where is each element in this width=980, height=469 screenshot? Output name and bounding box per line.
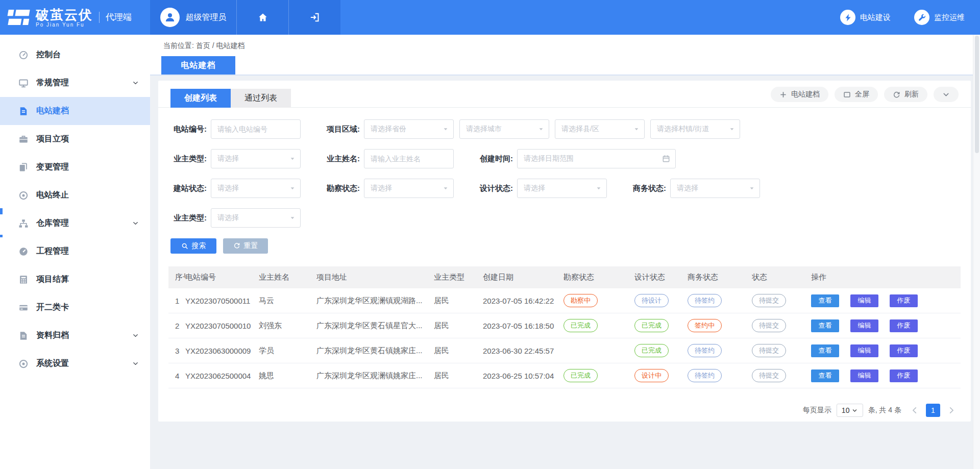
sidebar-nav: 控制台常规管理电站建档项目立项变更管理电站终止仓库管理工程管理项目结算开二类卡资… [0,35,150,378]
table-row: 3YX2023063000009学员广东深圳龙华区黄石镇姚家庄...居民2023… [168,338,961,363]
brand-text: 破茧云伏 Po Jian Yun Fu [36,8,93,28]
filter-select[interactable]: 请选择村镇/街道 [650,119,740,139]
target-icon [18,190,29,201]
toolbar-chevron-down-button[interactable] [934,87,959,102]
filter-select[interactable]: 请选择县/区 [555,119,645,139]
toolbar-fullscreen-button[interactable]: 全屏 [835,87,878,102]
caret-down-icon [289,156,296,162]
owner-name: 学员 [259,346,316,356]
business-status: 待签约 [688,344,752,357]
view-button[interactable]: 查看 [811,319,839,332]
view-button[interactable]: 查看 [811,344,839,357]
record-status: 待提交 [752,319,811,332]
tab-2[interactable]: 通过列表 [231,89,291,108]
view-button[interactable]: 查看 [811,369,839,382]
logout-button[interactable] [288,0,340,35]
void-button[interactable]: 作废 [890,369,918,382]
page-tab[interactable]: 电站建档 [161,56,235,75]
caret-down-icon [289,185,296,191]
sidebar-item-7[interactable]: 仓库管理 [0,209,150,237]
filter-select[interactable]: 请选择城市 [459,119,549,139]
created-date: 2023-07-05 16:42:22 [483,297,564,305]
chevron-down-icon [132,360,139,367]
filter-station-code: 电站编号: [170,119,301,139]
filter-select[interactable]: 请选择省份 [364,119,454,139]
filter-select[interactable]: 请选择 [517,179,607,198]
header-nav-wrench[interactable]: 监控运维 [914,10,965,25]
sidebar-item-6[interactable]: 电站终止 [0,181,150,209]
column-header: 电站编号 [185,273,259,282]
status-badge: 已完成 [564,369,598,382]
header-nav-lightning[interactable]: 电站建设 [840,10,891,25]
logout-icon [310,12,320,22]
row-index: 3 [168,347,185,355]
void-button[interactable]: 作废 [890,319,918,332]
status-badge: 待签约 [688,294,722,307]
toolbar-plus-button[interactable]: 电站建档 [771,87,828,102]
sidebar-item-2[interactable]: 常规管理 [0,69,150,97]
column-header: 业主姓名 [259,273,316,282]
search-button[interactable]: 搜索 [170,238,216,254]
sidebar-item-12[interactable]: 系统设置 [0,350,150,378]
per-page-select[interactable]: 10 [837,404,863,417]
doc-fill-icon [18,106,29,116]
sidebar-item-4[interactable]: 项目立项 [0,125,150,153]
edit-button[interactable]: 编辑 [850,319,878,332]
filter-select[interactable]: 请选择 [211,179,301,198]
home-button[interactable] [236,0,288,35]
sidebar-scroll-mark [0,235,3,237]
sidebar-item-1[interactable]: 控制台 [0,41,150,69]
prev-page-button[interactable] [911,406,919,414]
toolbar: 电站建档全屏刷新 [771,87,959,102]
edit-button[interactable]: 编辑 [850,294,878,307]
sidebar-item-11[interactable]: 资料归档 [0,322,150,350]
void-button[interactable]: 作废 [890,344,918,357]
created-date: 2023-07-05 16:18:50 [483,322,564,330]
gauge-icon [18,50,29,60]
sidebar-item-10[interactable]: 开二类卡 [0,293,150,322]
page-header: 当前位置: 首页 / 电站建档 电站建档 [150,35,980,76]
tab-1[interactable]: 创建列表 [170,89,231,108]
column-header: 序号 [168,273,185,282]
row-actions: 查看编辑作废 [811,294,961,307]
scrollbar-thumb[interactable] [975,36,979,153]
reset-button-label: 重置 [244,241,258,251]
page-1-button[interactable]: 1 [926,404,940,417]
monitor-icon [18,78,29,88]
sitemap-icon [18,218,29,229]
edit-button[interactable]: 编辑 [850,344,878,357]
records-table: 序号电站编号业主姓名项目地址业主类型创建日期勘察状态设计状态商务状态状态操作 1… [168,266,961,388]
status-badge: 待提交 [752,369,786,382]
station-code: YX2023063000009 [185,347,259,355]
filter-label: 电站编号: [170,125,207,134]
owner-name-input[interactable] [364,149,454,168]
person-icon [164,11,176,23]
toolbar-button-label: 电站建档 [791,90,820,99]
column-header: 商务状态 [688,273,752,282]
sidebar-item-label: 电站终止 [36,190,69,201]
column-header: 项目地址 [316,273,434,282]
filter-select[interactable]: 请选择 [211,149,301,168]
filter-select[interactable]: 请选择 [670,179,760,198]
scrollbar[interactable] [973,35,980,469]
user-menu[interactable]: 超级管理员 [150,0,236,35]
void-button[interactable]: 作废 [890,294,918,307]
filter-select[interactable]: 请选择 [364,179,454,198]
edit-button[interactable]: 编辑 [850,369,878,382]
table-body: 1YX2023070500011马云广东深圳龙华区观澜镇观湖路...居民2023… [168,288,961,388]
sidebar-item-9[interactable]: 项目结算 [0,265,150,293]
view-button[interactable]: 查看 [811,294,839,307]
reset-button[interactable]: 重置 [223,238,268,254]
filter-select[interactable]: 请选择 [211,208,301,228]
status-badge: 待提交 [752,344,786,357]
toolbar-refresh-button[interactable]: 刷新 [884,87,927,102]
sidebar-item-5[interactable]: 变更管理 [0,153,150,181]
column-header: 状态 [752,273,811,282]
sidebar-item-3[interactable]: 电站建档 [0,97,150,125]
next-page-button[interactable] [947,406,955,414]
sidebar-item-8[interactable]: 工程管理 [0,237,150,265]
date-range-input[interactable]: 请选择日期范围 [517,149,676,168]
sidebar-item-label: 系统设置 [36,358,69,369]
station-code-input[interactable] [211,119,301,139]
avatar [160,8,180,27]
